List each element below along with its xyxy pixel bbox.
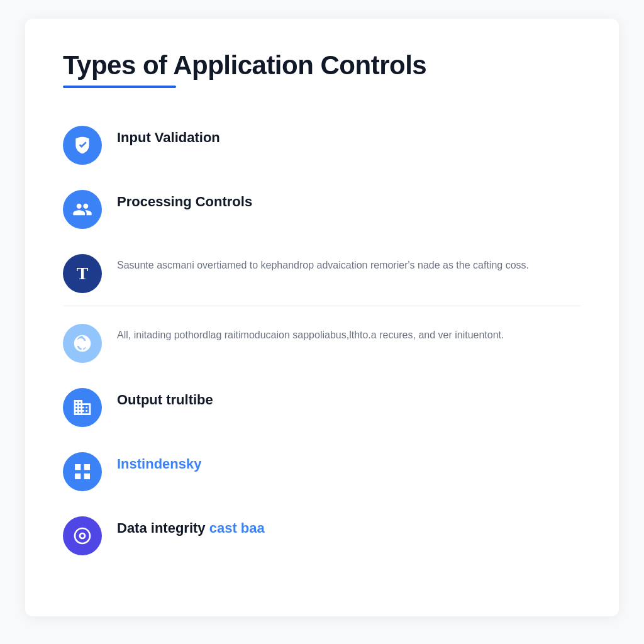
letter-t-icon: T bbox=[77, 264, 89, 284]
processing-controls-content: Processing Controls bbox=[117, 190, 252, 213]
page-container: Types of Application Controls Input Vali… bbox=[25, 19, 619, 616]
output-icon bbox=[63, 388, 102, 427]
instindensky-content: Instindensky bbox=[117, 452, 201, 475]
instindensky-icon bbox=[63, 452, 102, 491]
item3-content: Sasunte ascmani overtiamed to kephandrop… bbox=[117, 254, 529, 273]
shield-check-icon bbox=[72, 135, 92, 155]
item4-description: All, initading pothordlag raitimoducaion… bbox=[117, 328, 504, 343]
list-item: Input Validation bbox=[63, 113, 581, 177]
data-integrity-content: Data integrity cast baa bbox=[117, 516, 265, 539]
grid-icon bbox=[72, 462, 92, 482]
data-integrity-bold: Data integrity bbox=[117, 520, 209, 536]
title-underline bbox=[63, 86, 176, 88]
data-integrity-title: Data integrity cast baa bbox=[117, 520, 265, 536]
target-icon bbox=[72, 526, 92, 546]
items-list: Input Validation Processing Controls T S… bbox=[63, 113, 581, 568]
input-validation-content: Input Validation bbox=[117, 126, 220, 148]
list-item: Data integrity cast baa bbox=[63, 504, 581, 568]
processing-controls-icon bbox=[63, 190, 102, 229]
item3-icon: T bbox=[63, 254, 102, 293]
list-item: Output trultibe bbox=[63, 375, 581, 440]
instindensky-title: Instindensky bbox=[117, 456, 201, 472]
list-item: T Sasunte ascmani overtiamed to kephandr… bbox=[63, 242, 581, 306]
output-content: Output trultibe bbox=[117, 388, 213, 411]
processing-controls-title: Processing Controls bbox=[117, 194, 252, 210]
input-validation-title: Input Validation bbox=[117, 130, 220, 146]
item3-description: Sasunte ascmani overtiamed to kephandrop… bbox=[117, 258, 529, 273]
building-icon bbox=[72, 397, 92, 418]
output-title: Output trultibe bbox=[117, 392, 213, 408]
list-item: Processing Controls bbox=[63, 177, 581, 242]
users-icon bbox=[72, 199, 92, 219]
list-item: Instindensky bbox=[63, 440, 581, 504]
list-item: All, initading pothordlag raitimoducaion… bbox=[63, 311, 581, 375]
data-integrity-blue: cast baa bbox=[209, 520, 265, 536]
dollar-icon bbox=[72, 333, 92, 353]
input-validation-icon bbox=[63, 126, 102, 165]
item4-content: All, initading pothordlag raitimoducaion… bbox=[117, 324, 504, 343]
data-integrity-icon bbox=[63, 516, 102, 555]
item4-icon bbox=[63, 324, 102, 363]
page-title: Types of Application Controls bbox=[63, 50, 581, 80]
